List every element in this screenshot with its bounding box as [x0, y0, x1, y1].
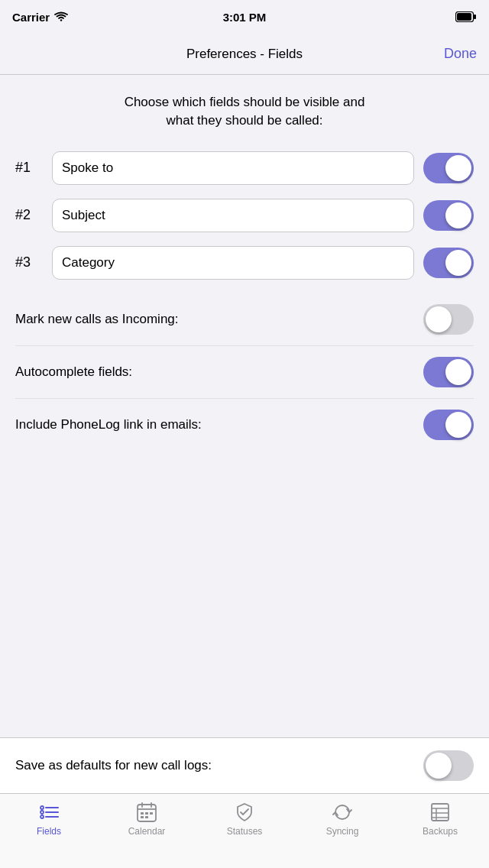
wifi-icon — [54, 11, 68, 22]
field-section: #1 #2 #3 — [15, 151, 474, 280]
incoming-toggle[interactable] — [423, 304, 474, 335]
phonelog-toggle[interactable] — [423, 410, 474, 440]
phonelog-label: Include PhoneLog link in emails: — [15, 417, 202, 432]
svg-rect-17 — [145, 816, 148, 818]
tab-backups[interactable]: Backups — [391, 802, 489, 837]
svg-rect-16 — [141, 816, 144, 818]
statuses-tab-icon — [234, 802, 255, 823]
nav-title: Preferences - Fields — [186, 47, 303, 62]
field-number-3: #3 — [15, 254, 43, 270]
tab-syncing-label: Syncing — [326, 826, 359, 837]
battery-icon — [455, 11, 477, 22]
field-input-1[interactable] — [52, 151, 414, 185]
save-defaults-toggle[interactable] — [423, 750, 474, 781]
carrier-label: Carrier — [12, 11, 50, 24]
svg-point-5 — [40, 811, 44, 814]
field-toggle-2[interactable] — [423, 200, 474, 231]
autocomplete-toggle[interactable] — [423, 357, 474, 387]
main-content: Choose which fields should be visible an… — [0, 75, 489, 451]
description-text: Choose which fields should be visible an… — [15, 93, 474, 130]
fields-tab-icon — [38, 802, 60, 823]
status-bar-time: 3:01 PM — [223, 11, 267, 24]
field-toggle-1[interactable] — [423, 153, 474, 183]
field-input-3[interactable] — [52, 246, 414, 280]
svg-rect-14 — [145, 812, 148, 815]
tab-syncing[interactable]: Syncing — [293, 802, 391, 837]
field-row-1: #1 — [15, 151, 474, 185]
tab-statuses-label: Statuses — [227, 826, 263, 837]
svg-point-3 — [40, 806, 44, 809]
field-row-3: #3 — [15, 246, 474, 280]
backups-tab-icon — [429, 802, 451, 823]
field-row-2: #2 — [15, 199, 474, 232]
status-bar-left: Carrier — [12, 11, 68, 24]
tab-calendar-label: Calendar — [128, 826, 166, 837]
svg-rect-15 — [150, 812, 153, 815]
settings-row-incoming: Mark new calls as Incoming: — [15, 293, 474, 346]
field-number-2: #2 — [15, 207, 43, 223]
syncing-tab-icon — [332, 802, 353, 823]
save-defaults-section: Save as defaults for new call logs: — [0, 737, 489, 793]
tab-calendar[interactable]: Calendar — [98, 802, 196, 837]
svg-rect-2 — [457, 13, 471, 21]
settings-row-autocomplete: Autocomplete fields: — [15, 346, 474, 399]
nav-bar: Preferences - Fields Done — [0, 34, 489, 75]
tab-backups-label: Backups — [423, 826, 458, 837]
status-bar-right — [455, 11, 477, 22]
svg-rect-1 — [474, 15, 476, 19]
settings-row-phonelog: Include PhoneLog link in emails: — [15, 399, 474, 451]
calendar-tab-icon — [136, 802, 157, 823]
field-input-2[interactable] — [52, 199, 414, 232]
tab-fields-label: Fields — [37, 826, 61, 837]
field-number-1: #1 — [15, 160, 43, 176]
done-button[interactable]: Done — [444, 46, 477, 62]
svg-rect-13 — [141, 812, 144, 815]
svg-point-7 — [40, 815, 44, 818]
tab-bar: Fields Calendar — [0, 793, 489, 868]
tab-fields[interactable]: Fields — [0, 802, 98, 837]
autocomplete-label: Autocomplete fields: — [15, 364, 132, 380]
save-defaults-label: Save as defaults for new call logs: — [15, 758, 212, 773]
settings-section: Mark new calls as Incoming: Autocomplete… — [15, 293, 474, 451]
status-bar: Carrier 3:01 PM — [0, 0, 489, 34]
tab-statuses[interactable]: Statuses — [196, 802, 293, 837]
incoming-label: Mark new calls as Incoming: — [15, 312, 179, 327]
field-toggle-3[interactable] — [423, 248, 474, 278]
